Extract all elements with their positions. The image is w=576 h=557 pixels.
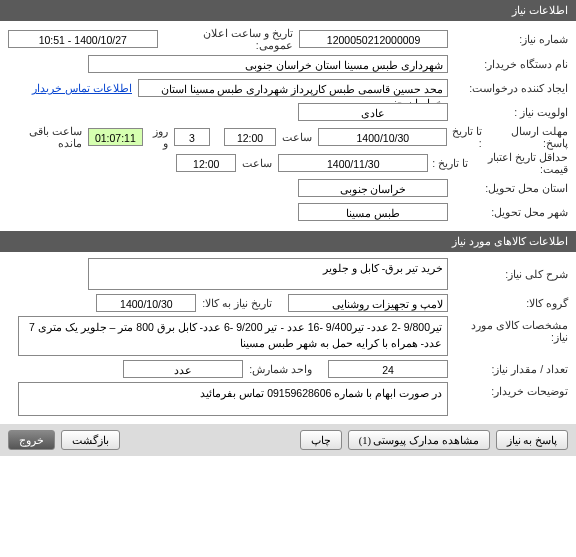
spec-field: تیر9/800 -2 عدد- تیر9/400 -16 عدد - تیر … xyxy=(18,316,448,356)
group-label: گروه کالا: xyxy=(448,297,568,309)
attachments-button[interactable]: مشاهده مدارک پیوستی (1) xyxy=(348,430,490,450)
deadline-date-field: 1400/10/30 xyxy=(318,128,447,146)
bottom-toolbar: پاسخ به نیاز مشاهده مدارک پیوستی (1) چاپ… xyxy=(0,424,576,456)
print-button[interactable]: چاپ xyxy=(300,430,342,450)
pub-date-field: 1400/10/27 - 10:51 xyxy=(8,30,158,48)
buyer-field: شهرداری طبس مسینا استان خراسان جنوبی xyxy=(88,55,448,73)
delivery-city-field: طبس مسینا xyxy=(298,203,448,221)
need-info-section: شماره نیاز: 1200050212000009 تاریخ و ساع… xyxy=(0,21,576,231)
remain-suffix: ساعت باقی مانده xyxy=(8,125,88,149)
qty-label: تعداد / مقدار نیاز: xyxy=(448,363,568,375)
buyer-contact-link[interactable]: اطلاعات تماس خریدار xyxy=(32,82,138,94)
validity-time-label: ساعت xyxy=(236,157,278,169)
notes-label: توضیحات خریدار: xyxy=(448,382,568,397)
deadline-time-label: ساعت xyxy=(276,131,318,143)
delivery-state-field: خراسان جنوبی xyxy=(298,179,448,197)
section-need-header: اطلاعات نیاز xyxy=(0,0,576,21)
qty-field: 24 xyxy=(328,360,448,378)
remain-days-label: روز و xyxy=(143,125,175,149)
to-date-label-2: تا تاریخ : xyxy=(428,157,470,169)
delivery-state-label: استان محل تحویل: xyxy=(448,182,568,194)
back-button[interactable]: بازگشت xyxy=(61,430,120,450)
unit-label: واحد شمارش: xyxy=(243,363,328,375)
respond-button[interactable]: پاسخ به نیاز xyxy=(496,430,568,450)
exit-button[interactable]: خروج xyxy=(8,430,55,450)
section-goods-header: اطلاعات کالاهای مورد نیاز xyxy=(0,231,576,252)
need-number-field: 1200050212000009 xyxy=(299,30,449,48)
deadline-time-field: 12:00 xyxy=(224,128,277,146)
validity-time-field: 12:00 xyxy=(176,154,236,172)
need-number-label: شماره نیاز: xyxy=(448,33,568,45)
need-date-field: 1400/10/30 xyxy=(96,294,196,312)
priority-label: اولویت نیاز : xyxy=(448,106,568,118)
section-need-title: اطلاعات نیاز xyxy=(512,4,568,16)
deadline-label: مهلت ارسال پاسخ: xyxy=(484,125,568,149)
section-goods-title: اطلاعات کالاهای مورد نیاز xyxy=(452,235,568,247)
to-date-label: تا تاریخ : xyxy=(447,125,483,149)
need-date-label: تاریخ نیاز به کالا: xyxy=(196,297,288,309)
validity-date-field: 1400/11/30 xyxy=(278,154,428,172)
desc-label: شرح کلی نیاز: xyxy=(448,268,568,280)
goods-info-section: شرح کلی نیاز: خرید تیر برق- کابل و جلویر… xyxy=(0,252,576,424)
buyer-label: نام دستگاه خریدار: xyxy=(448,58,568,70)
creator-label: ایجاد کننده درخواست: xyxy=(448,82,568,94)
priority-field: عادی xyxy=(298,103,448,121)
unit-field: عدد xyxy=(123,360,243,378)
notes-field: در صورت ابهام با شماره 09159628606 تماس … xyxy=(18,382,448,416)
validity-label: حداقل تاریخ اعتبار قیمت: xyxy=(470,151,568,175)
delivery-city-label: شهر محل تحویل: xyxy=(448,206,568,218)
remain-timer: 01:07:11 xyxy=(88,128,143,146)
spec-label: مشخصات کالای مورد نیاز: xyxy=(448,316,568,343)
remain-days-field: 3 xyxy=(174,128,210,146)
pub-date-label: تاریخ و ساعت اعلان عمومی: xyxy=(158,27,299,51)
creator-field: محد حسین قاسمی طبس کارپرداز شهرداری طبس … xyxy=(138,79,448,97)
desc-field: خرید تیر برق- کابل و جلویر xyxy=(88,258,448,290)
group-field: لامپ و تجهیزات روشنایی xyxy=(288,294,448,312)
